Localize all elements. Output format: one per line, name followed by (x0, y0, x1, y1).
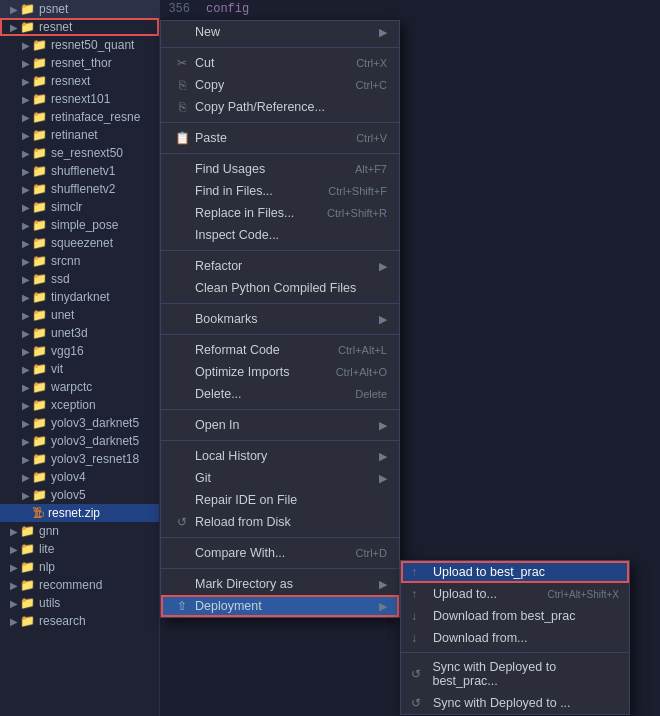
tree-item-vit[interactable]: ▶ 📁 vit (0, 360, 159, 378)
tree-item-lite[interactable]: ▶ 📁 lite (0, 540, 159, 558)
deploy-item-download-best[interactable]: ↓ Download from best_prac (401, 605, 629, 627)
folder-icon: 📁 (20, 542, 35, 556)
menu-label: Cut (195, 56, 214, 70)
menu-item-find-in-files[interactable]: Find in Files... Ctrl+Shift+F (161, 180, 399, 202)
tree-item-nlp[interactable]: ▶ 📁 nlp (0, 558, 159, 576)
folder-icon: 📁 (20, 596, 35, 610)
tree-item-simple-pose[interactable]: ▶ 📁 simple_pose (0, 216, 159, 234)
folder-icon: 📁 (32, 470, 47, 484)
tree-item-resnext101[interactable]: ▶ 📁 resnext101 (0, 90, 159, 108)
folder-icon: 📁 (32, 254, 47, 268)
tree-label: recommend (39, 578, 102, 592)
tree-item-shufflenetv1[interactable]: ▶ 📁 shufflenetv1 (0, 162, 159, 180)
tree-item-yolov5[interactable]: ▶ 📁 yolov5 (0, 486, 159, 504)
menu-item-deployment[interactable]: ⇧ Deployment ▶ (161, 595, 399, 617)
tree-item-unet[interactable]: ▶ 📁 unet (0, 306, 159, 324)
deploy-item-upload-to[interactable]: ↑ Upload to... Ctrl+Alt+Shift+X (401, 583, 629, 605)
folder-icon: 📁 (32, 164, 47, 178)
shortcut-label: Ctrl+Alt+L (338, 344, 387, 356)
tree-item-shufflenetv2[interactable]: ▶ 📁 shufflenetv2 (0, 180, 159, 198)
tree-item-tinydarknet[interactable]: ▶ 📁 tinydarknet (0, 288, 159, 306)
menu-item-repair-ide[interactable]: Repair IDE on File (161, 489, 399, 511)
tree-item-resnext[interactable]: ▶ 📁 resnext (0, 72, 159, 90)
expand-arrow: ▶ (20, 165, 32, 177)
tree-item-resnet[interactable]: ▶ 📁 resnet (0, 18, 159, 36)
tree-item-utils[interactable]: ▶ 📁 utils (0, 594, 159, 612)
separator (161, 537, 399, 538)
tree-item-recommend[interactable]: ▶ 📁 recommend (0, 576, 159, 594)
menu-item-delete[interactable]: Delete... Delete (161, 383, 399, 405)
shortcut-label: Ctrl+V (356, 132, 387, 144)
tree-item-resnet-zip[interactable]: ▶ 🗜 resnet.zip (0, 504, 159, 522)
menu-label: Reload from Disk (195, 515, 291, 529)
menu-item-reload[interactable]: ↺ Reload from Disk (161, 511, 399, 533)
deploy-label: Download from... (433, 631, 527, 645)
tree-item-unet3d[interactable]: ▶ 📁 unet3d (0, 324, 159, 342)
tree-item-yolov3-resnet[interactable]: ▶ 📁 yolov3_resnet18 (0, 450, 159, 468)
deploy-item-upload-best[interactable]: ↑ Upload to best_prac (401, 561, 629, 583)
tree-item-srcnn[interactable]: ▶ 📁 srcnn (0, 252, 159, 270)
folder-icon: 📁 (32, 380, 47, 394)
menu-item-paste[interactable]: 📋 Paste Ctrl+V (161, 127, 399, 149)
menu-item-cut[interactable]: ✂ Cut Ctrl+X (161, 52, 399, 74)
tree-item-se-resnext[interactable]: ▶ 📁 se_resnext50 (0, 144, 159, 162)
tree-item-resnet-thor[interactable]: ▶ 📁 resnet_thor (0, 54, 159, 72)
tree-item-xception[interactable]: ▶ 📁 xception (0, 396, 159, 414)
tree-item-ssd[interactable]: ▶ 📁 ssd (0, 270, 159, 288)
tree-item-squeezenet[interactable]: ▶ 📁 squeezenet (0, 234, 159, 252)
menu-label: Find Usages (195, 162, 265, 176)
menu-item-clean-python[interactable]: Clean Python Compiled Files (161, 277, 399, 299)
expand-arrow: ▶ (20, 255, 32, 267)
menu-item-inspect-code[interactable]: Inspect Code... (161, 224, 399, 246)
folder-icon: 📁 (32, 128, 47, 142)
tree-item-warpctc[interactable]: ▶ 📁 warpctc (0, 378, 159, 396)
folder-icon: 📁 (20, 2, 35, 16)
deploy-item-sync-to[interactable]: ↺ Sync with Deployed to ... (401, 692, 629, 714)
tree-item-yolov3-2[interactable]: ▶ 📁 yolov3_darknet5 (0, 432, 159, 450)
menu-item-new[interactable]: New ▶ (161, 21, 399, 43)
folder-icon: 📁 (32, 110, 47, 124)
separator (161, 122, 399, 123)
sync-best-icon: ↺ (411, 667, 428, 681)
tree-item-simclr[interactable]: ▶ 📁 simclr (0, 198, 159, 216)
menu-item-replace-in-files[interactable]: Replace in Files... Ctrl+Shift+R (161, 202, 399, 224)
tree-label: squeezenet (51, 236, 113, 250)
cut-icon: ✂ (173, 56, 191, 70)
deploy-item-download-from[interactable]: ↓ Download from... (401, 627, 629, 649)
tree-item-psnet[interactable]: ▶ 📁 psnet (0, 0, 159, 18)
folder-icon: 📁 (20, 20, 35, 34)
menu-item-open-in[interactable]: Open In ▶ (161, 414, 399, 436)
menu-item-bookmarks[interactable]: Bookmarks ▶ (161, 308, 399, 330)
menu-item-copy[interactable]: ⎘ Copy Ctrl+C (161, 74, 399, 96)
menu-item-optimize-imports[interactable]: Optimize Imports Ctrl+Alt+O (161, 361, 399, 383)
menu-label: Optimize Imports (195, 365, 289, 379)
expand-arrow: ▶ (20, 57, 32, 69)
upload-to-icon: ↑ (411, 587, 429, 601)
menu-item-compare[interactable]: Compare With... Ctrl+D (161, 542, 399, 564)
deploy-item-sync-best[interactable]: ↺ Sync with Deployed to best_prac... (401, 656, 629, 692)
tree-item-retinanet[interactable]: ▶ 📁 retinanet (0, 126, 159, 144)
folder-icon: 📁 (32, 272, 47, 286)
menu-item-copy-path[interactable]: ⎘ Copy Path/Reference... (161, 96, 399, 118)
menu-item-reformat[interactable]: Reformat Code Ctrl+Alt+L (161, 339, 399, 361)
tree-item-resnet50[interactable]: ▶ 📁 resnet50_quant (0, 36, 159, 54)
menu-item-git[interactable]: Git ▶ (161, 467, 399, 489)
tree-item-retinaface[interactable]: ▶ 📁 retinaface_resne (0, 108, 159, 126)
tree-item-research[interactable]: ▶ 📁 research (0, 612, 159, 630)
tree-item-vgg16[interactable]: ▶ 📁 vgg16 (0, 342, 159, 360)
deployment-icon: ⇧ (173, 599, 191, 613)
menu-item-mark-dir[interactable]: Mark Directory as ▶ (161, 573, 399, 595)
menu-item-refactor[interactable]: Refactor ▶ (161, 255, 399, 277)
folder-icon: 📁 (20, 614, 35, 628)
tree-item-yolov3-1[interactable]: ▶ 📁 yolov3_darknet5 (0, 414, 159, 432)
tree-item-gnn[interactable]: ▶ 📁 gnn (0, 522, 159, 540)
menu-item-local-history[interactable]: Local History ▶ (161, 445, 399, 467)
menu-label: Clean Python Compiled Files (195, 281, 356, 295)
tree-item-yolov4[interactable]: ▶ 📁 yolov4 (0, 468, 159, 486)
expand-arrow: ▶ (20, 435, 32, 447)
menu-label: Repair IDE on File (195, 493, 297, 507)
tree-label: yolov4 (51, 470, 86, 484)
expand-arrow: ▶ (8, 21, 20, 33)
menu-item-find-usages[interactable]: Find Usages Alt+F7 (161, 158, 399, 180)
folder-icon: 📁 (32, 344, 47, 358)
